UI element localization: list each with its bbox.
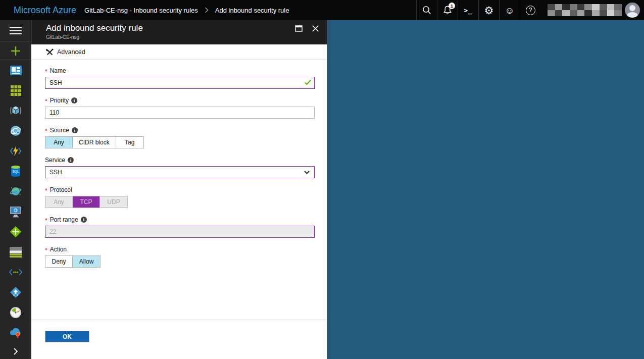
avatar-body xyxy=(627,12,638,18)
feedback-button[interactable]: ☺ xyxy=(499,0,520,20)
protocol-field-group: * Protocol Any TCP UDP xyxy=(45,186,327,208)
sidebar-item-monitor[interactable] xyxy=(0,302,31,323)
name-label: * Name xyxy=(45,67,327,74)
service-field-group: Service SSH xyxy=(45,157,327,178)
sidebar-item-virtual-networks[interactable] xyxy=(0,262,31,282)
sidebar-item-load-balancers[interactable] xyxy=(0,222,31,242)
notification-badge: 1 xyxy=(449,3,455,9)
load-balancer-icon xyxy=(9,225,22,238)
dashboard-background xyxy=(327,20,644,359)
chevron-down-icon xyxy=(304,171,310,174)
required-marker: * xyxy=(45,217,47,224)
name-label-text: Name xyxy=(50,67,66,74)
tools-icon xyxy=(46,48,54,56)
info-icon[interactable] xyxy=(72,127,78,133)
azure-portal: Microsoft Azure GitLab-CE-nsg - Inbound … xyxy=(0,0,644,359)
sidebar-item-function-apps[interactable] xyxy=(0,141,31,161)
topbar-actions: 1 >_ ⚙ ☺ ? xyxy=(416,0,644,20)
avatar-head xyxy=(629,5,635,11)
source-field-group: * Source Any CIDR block Tag xyxy=(45,127,327,148)
maximize-button[interactable] xyxy=(294,25,303,32)
breadcrumb-current: Add inbound security rule xyxy=(215,7,289,14)
source-option-cidr-block[interactable]: CIDR block xyxy=(73,137,116,148)
globe-icon xyxy=(10,125,21,136)
advanced-button[interactable]: Advanced xyxy=(46,48,85,56)
notifications-button[interactable]: 1 xyxy=(437,0,458,20)
action-option-deny[interactable]: Deny xyxy=(45,256,73,267)
service-selected-value: SSH xyxy=(49,169,62,176)
user-info-redacted[interactable] xyxy=(548,4,622,16)
service-select[interactable]: SSH xyxy=(45,166,315,178)
dashboard-icon xyxy=(10,66,22,75)
sidebar-item-sql-databases[interactable]: SQL xyxy=(0,161,31,181)
priority-input[interactable] xyxy=(45,107,315,119)
action-option-allow[interactable]: Allow xyxy=(73,256,100,267)
sidebar-item-virtual-machines[interactable] xyxy=(0,100,31,121)
sidebar-menu-button[interactable] xyxy=(0,20,31,42)
gauge-icon xyxy=(10,306,22,319)
blade-window-buttons xyxy=(294,25,320,32)
protocol-option-udp: UDP xyxy=(100,196,127,208)
sidebar-item-storage-accounts[interactable] xyxy=(0,242,31,262)
protocol-option-any: Any xyxy=(45,196,73,208)
advisor-icon xyxy=(9,327,22,338)
sidebar-expand-button[interactable] xyxy=(0,344,31,359)
info-icon[interactable] xyxy=(81,217,87,223)
info-icon[interactable] xyxy=(71,97,77,104)
chevron-right-icon xyxy=(13,347,18,355)
source-toggle-group: Any CIDR block Tag xyxy=(45,136,144,148)
required-marker: * xyxy=(45,128,47,135)
service-label: Service xyxy=(45,157,327,164)
azure-logo[interactable]: Microsoft Azure xyxy=(14,5,76,16)
sidebar-item-advisor[interactable] xyxy=(0,323,31,343)
sidebar-item-azure-cosmos-db[interactable] xyxy=(0,181,31,201)
search-icon xyxy=(422,5,432,15)
name-input[interactable] xyxy=(45,77,315,89)
required-marker: * xyxy=(45,187,47,194)
required-marker: * xyxy=(45,68,47,75)
hamburger-icon xyxy=(10,25,22,36)
blade-toolbar: Advanced xyxy=(31,44,327,60)
blade-title: Add inbound security rule xyxy=(46,23,327,33)
port-range-label: * Port range xyxy=(45,216,327,223)
action-toggle-group: Deny Allow xyxy=(45,255,101,268)
protocol-option-tcp: TCP xyxy=(73,196,100,208)
protocol-toggle-group: Any TCP UDP xyxy=(45,196,128,208)
svg-text:SQL: SQL xyxy=(12,170,19,174)
settings-button[interactable]: ⚙ xyxy=(478,0,499,20)
blade-header: Add inbound security rule GitLab-CE-nsg xyxy=(31,20,327,44)
search-button[interactable] xyxy=(416,0,437,20)
priority-field-group: * Priority xyxy=(45,97,327,119)
ok-button[interactable]: OK xyxy=(45,331,89,342)
sidebar-item-azure-active-directory[interactable] xyxy=(0,282,31,302)
sidebar-item-create-resource[interactable] xyxy=(0,42,31,60)
priority-label-text: Priority xyxy=(50,97,69,104)
sidebar-item-app-services[interactable] xyxy=(0,121,31,141)
info-icon[interactable] xyxy=(68,157,74,163)
advanced-label: Advanced xyxy=(57,48,85,56)
cosmos-db-icon xyxy=(10,185,22,197)
storage-icon xyxy=(10,247,22,258)
sidebar-item-dashboard[interactable] xyxy=(0,60,31,80)
source-option-tag[interactable]: Tag xyxy=(116,137,143,148)
active-directory-icon xyxy=(10,286,22,298)
rule-form: * Name * Priority xyxy=(31,60,327,268)
source-option-any[interactable]: Any xyxy=(45,137,73,148)
sidebar-item-all-services[interactable] xyxy=(0,80,31,100)
breadcrumb: GitLab-CE-nsg - Inbound security rules A… xyxy=(84,7,289,14)
sidebar-item-virtual-machines-classic[interactable] xyxy=(0,201,31,222)
help-icon: ? xyxy=(526,6,535,15)
virtual-network-icon xyxy=(9,268,23,276)
required-marker: * xyxy=(45,98,47,105)
grid-icon xyxy=(11,85,21,96)
help-button[interactable]: ? xyxy=(520,0,540,20)
gear-icon: ⚙ xyxy=(484,5,494,16)
cloud-shell-button[interactable]: >_ xyxy=(458,0,478,20)
breadcrumb-parent[interactable]: GitLab-CE-nsg - Inbound security rules xyxy=(84,7,198,14)
valid-checkmark-icon xyxy=(305,79,311,85)
sql-database-icon: SQL xyxy=(11,165,21,177)
name-field-group: * Name xyxy=(45,67,327,89)
action-label: * Action xyxy=(45,246,327,253)
avatar[interactable] xyxy=(625,3,640,18)
close-button[interactable] xyxy=(311,25,320,32)
